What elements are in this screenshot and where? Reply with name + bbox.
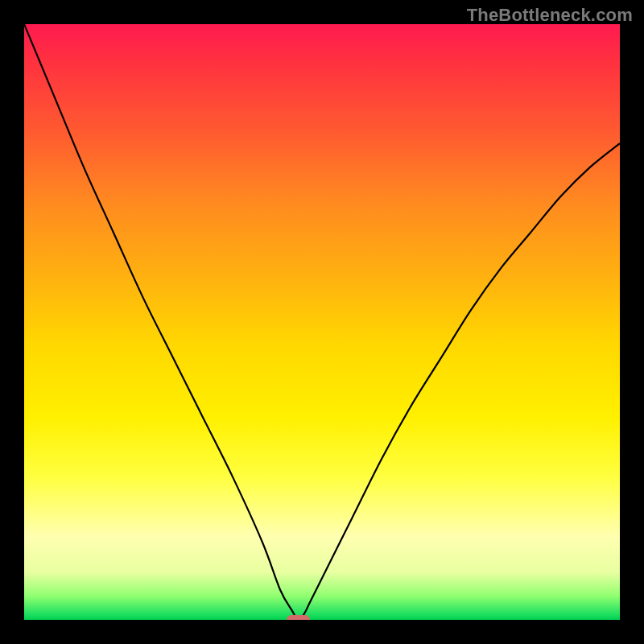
- min-marker: [287, 615, 311, 620]
- bottleneck-curve: [24, 24, 620, 620]
- chart-frame: TheBottleneck.com: [0, 0, 644, 644]
- curve-layer: [24, 24, 620, 620]
- plot-area: [24, 24, 620, 620]
- watermark-text: TheBottleneck.com: [467, 5, 633, 26]
